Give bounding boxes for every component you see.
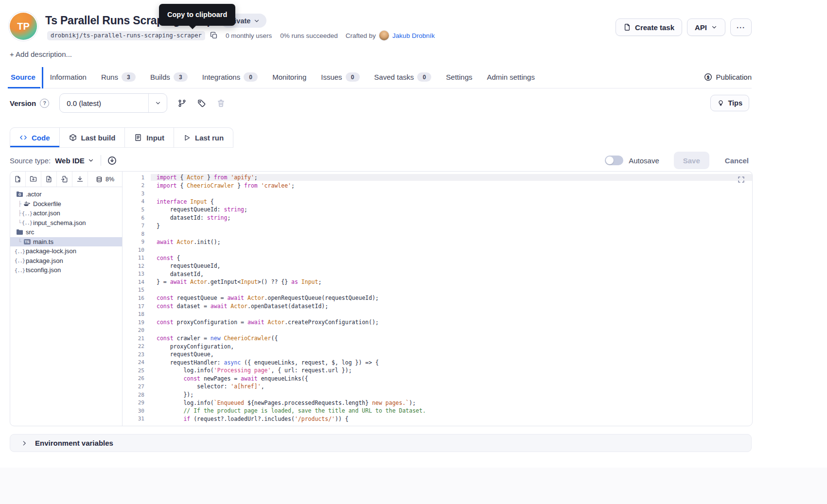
code-line-3[interactable]: 3 — [123, 190, 752, 198]
line-number: 17 — [123, 303, 151, 310]
view-tab-input[interactable]: Input — [125, 128, 174, 147]
help-icon[interactable] — [40, 99, 49, 108]
git-branch-icon[interactable] — [178, 99, 186, 107]
code-line-31[interactable]: 31 if (request?.loadedUrl?.includes('/pr… — [123, 415, 752, 423]
tab-integrations[interactable]: Integrations0 — [201, 66, 259, 88]
source-type-select[interactable]: Web IDE — [55, 156, 94, 165]
tab-monitoring[interactable]: Monitoring — [271, 66, 307, 88]
tab-source[interactable]: Source — [10, 66, 36, 88]
code-line-22[interactable]: 22 proxyConfiguration, — [123, 342, 752, 350]
view-tab-last-build[interactable]: Last build — [60, 128, 125, 147]
tree-item-main-ts[interactable]: └TSmain.ts — [10, 237, 122, 247]
upload-file-button[interactable] — [41, 172, 57, 187]
code-line-28[interactable]: 28 }); — [123, 391, 752, 399]
autosave-toggle[interactable] — [605, 156, 623, 165]
tree-item-package-lock-json[interactable]: {..}package-lock.json — [10, 246, 122, 256]
json-file-icon: {..} — [22, 210, 32, 216]
tab-admin-settings[interactable]: Admin settings — [486, 66, 536, 88]
stat-0-runs-succeeded: 0% runs succeeded — [280, 32, 338, 39]
json-file-icon: {..} — [15, 267, 24, 273]
code-line-content: // If the product page is loaded, save t… — [151, 407, 752, 414]
view-tab-code[interactable]: Code — [10, 128, 60, 147]
code-line-7[interactable]: 7} — [123, 222, 752, 230]
code-line-content: const crawler = new CheerioCrawler({ — [151, 335, 752, 342]
create-task-button[interactable]: Create task — [616, 18, 682, 36]
tab-information[interactable]: Information — [49, 66, 88, 88]
copy-icon[interactable] — [210, 32, 218, 39]
line-number: 16 — [123, 295, 151, 301]
tab-label: Runs — [101, 73, 118, 81]
fullscreen-icon[interactable] — [738, 176, 745, 183]
tree-item-dockerfile[interactable]: ├Dockerfile — [10, 199, 122, 209]
code-line-24[interactable]: 24 requestHandler: async ({ enqueueLinks… — [123, 359, 752, 367]
tree-item-actor-json[interactable]: ├{..}actor.json — [10, 209, 122, 218]
code-line-19[interactable]: 19const proxyConfiguration = await Actor… — [123, 318, 752, 327]
code-line-29[interactable]: 29 log.info(`Enqueued ${newPages.process… — [123, 399, 752, 407]
code-line-11[interactable]: 11const { — [123, 254, 752, 262]
tree-item-actor[interactable]: .actor — [10, 190, 122, 199]
code-line-26[interactable]: 26 const newPages = await enqueueLinks({ — [123, 375, 752, 383]
code-line-9[interactable]: 9await Actor.init(); — [123, 238, 752, 246]
code-line-2[interactable]: 2import { CheerioCrawler } from 'crawlee… — [123, 182, 752, 190]
source-type-label: Source type: — [10, 156, 51, 165]
code-line-6[interactable]: 6 datasetId: string; — [123, 214, 752, 222]
tab-issues[interactable]: Issues0 — [320, 66, 360, 88]
tree-item-package-json[interactable]: {..}package.json — [10, 256, 122, 266]
code-line-23[interactable]: 23 requestQueue, — [123, 350, 752, 359]
code-line-5[interactable]: 5 requestQueueId: string; — [123, 206, 752, 214]
code-line-30[interactable]: 30 // If the product page is loaded, sav… — [123, 407, 752, 415]
code-line-16[interactable]: 16const requestQueue = await Actor.openR… — [123, 294, 752, 302]
tab-publication[interactable]: $ Publication — [704, 66, 752, 88]
api-button[interactable]: API — [687, 18, 725, 36]
tree-item-src[interactable]: src — [10, 227, 122, 237]
code-line-content: requestQueue, — [151, 351, 752, 358]
code-line-10[interactable]: 10 — [123, 246, 752, 254]
trash-icon[interactable] — [217, 99, 225, 107]
code-line-17[interactable]: 17const dataset = await Actor.openDatase… — [123, 302, 752, 311]
version-select[interactable]: 0.0 (latest) — [59, 93, 167, 113]
repo-path[interactable]: drobnikj/ts-parallel-runs-scraping-scrap… — [47, 31, 205, 40]
cancel-button[interactable]: Cancel — [722, 156, 752, 165]
code-line-14[interactable]: 14} = await Actor.getInput<Input>() ?? {… — [123, 278, 752, 286]
tab-settings[interactable]: Settings — [445, 66, 473, 88]
tips-button[interactable]: Tips — [710, 95, 749, 111]
tab-builds[interactable]: Builds3 — [149, 66, 189, 88]
more-button[interactable]: ··· — [730, 18, 752, 36]
code-line-27[interactable]: 27 selector: 'a[href]', — [123, 382, 752, 391]
download-button[interactable] — [72, 172, 88, 187]
tag-icon[interactable] — [197, 99, 206, 107]
code-line-20[interactable]: 20 — [123, 326, 752, 334]
package-icon — [69, 134, 77, 141]
new-file-button[interactable] — [10, 172, 26, 187]
save-button[interactable]: Save — [674, 152, 709, 169]
line-number: 9 — [123, 239, 151, 245]
import-file-button[interactable] — [57, 172, 72, 187]
code-line-4[interactable]: 4interface Input { — [123, 198, 752, 206]
tree-item-input-schema-json[interactable]: └{..}input_schema.json — [10, 218, 122, 228]
code-line-content: interface Input { — [151, 198, 752, 205]
code-line-21[interactable]: 21const crawler = new CheerioCrawler({ — [123, 334, 752, 343]
tab-runs[interactable]: Runs3 — [100, 66, 137, 88]
code-line-12[interactable]: 12 requestQueueId, — [123, 262, 752, 270]
new-folder-button[interactable] — [26, 172, 41, 187]
line-number: 22 — [123, 343, 151, 349]
version-label: Version — [10, 99, 36, 107]
tab-saved-tasks[interactable]: Saved tasks0 — [373, 66, 433, 88]
code-line-13[interactable]: 13 datasetId, — [123, 270, 752, 278]
environment-variables-section[interactable]: Environment variables — [10, 434, 752, 452]
view-tab-last-run[interactable]: Last run — [174, 128, 233, 147]
tab-label: Admin settings — [487, 73, 535, 81]
download-icon — [76, 175, 84, 183]
code-line-content: import { Actor } from 'apify'; — [151, 174, 752, 181]
code-line-1[interactable]: 1import { Actor } from 'apify'; — [123, 174, 752, 182]
add-description-link[interactable]: + Add description... — [10, 50, 72, 58]
tree-item-tsconfig-json[interactable]: {..}tsconfig.json — [10, 265, 122, 275]
code-line-25[interactable]: 25 log.info('Processing page', { url: re… — [123, 366, 752, 375]
code-line-8[interactable]: 8 — [123, 230, 752, 238]
author-link[interactable]: Jakub Drobník — [392, 32, 435, 39]
download-circle-icon[interactable] — [107, 156, 117, 165]
code-line-18[interactable]: 18 — [123, 310, 752, 318]
code-line-15[interactable]: 15 — [123, 286, 752, 295]
code-pane[interactable]: 1import { Actor } from 'apify';2import {… — [123, 172, 752, 426]
line-number: 11 — [123, 255, 151, 261]
